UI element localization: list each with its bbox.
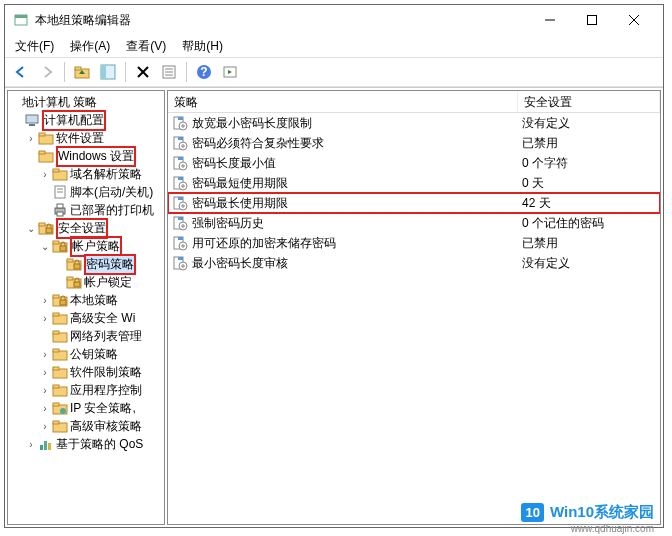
tree-item[interactable]: ›软件限制策略: [8, 363, 164, 381]
tree-item[interactable]: ›域名解析策略: [8, 165, 164, 183]
svg-rect-7: [75, 67, 81, 70]
app-icon: [13, 12, 29, 28]
policy-icon: [172, 115, 188, 131]
forward-button[interactable]: [35, 60, 59, 84]
tree-item[interactable]: Windows 设置: [8, 147, 164, 165]
policy-name: 密码最长使用期限: [192, 195, 288, 212]
printer-icon: [52, 202, 68, 218]
folder-icon: [38, 130, 54, 146]
tree-item-label: 帐户锁定: [84, 274, 132, 291]
policy-row[interactable]: 密码最短使用期限0 天: [168, 173, 660, 193]
watermark-badge: 10: [521, 503, 543, 522]
tree-item[interactable]: 网络列表管理: [8, 327, 164, 345]
policy-row[interactable]: 密码最长使用期限42 天: [168, 193, 660, 213]
tree-item-label: 应用程序控制: [70, 382, 142, 399]
tree-item[interactable]: ›高级安全 Wi: [8, 309, 164, 327]
svg-rect-64: [44, 441, 47, 450]
toolbar-sep: [125, 62, 126, 82]
svg-rect-43: [67, 277, 73, 280]
list-pane[interactable]: 策略 安全设置 放宽最小密码长度限制没有定义密码必须符合复杂性要求已禁用密码长度…: [167, 90, 661, 525]
policy-cell: 用可还原的加密来储存密码: [168, 235, 518, 252]
tree-item[interactable]: ›高级审核策略: [8, 417, 164, 435]
expand-icon[interactable]: ›: [38, 169, 52, 180]
expand-icon[interactable]: ›: [38, 403, 52, 414]
svg-rect-35: [46, 228, 52, 233]
tree-item[interactable]: ⌄安全设置: [8, 219, 164, 237]
body: 地计算机 策略计算机配置›软件设置Windows 设置›域名解析策略脚本(启动/…: [5, 87, 663, 527]
tree-item[interactable]: ›软件设置: [8, 129, 164, 147]
expand-icon[interactable]: ›: [38, 295, 52, 306]
tree-item[interactable]: ⌄帐户策略: [8, 237, 164, 255]
minimize-button[interactable]: [529, 6, 571, 34]
menu-view[interactable]: 查看(V): [120, 36, 172, 57]
svg-rect-22: [39, 133, 45, 136]
tree-item[interactable]: 帐户锁定: [8, 273, 164, 291]
tree-item[interactable]: 密码策略: [8, 255, 164, 273]
maximize-button[interactable]: [571, 6, 613, 34]
expand-icon[interactable]: ⌄: [38, 241, 52, 252]
expand-icon[interactable]: ›: [24, 133, 38, 144]
show-hide-tree-button[interactable]: [96, 60, 120, 84]
extra-button[interactable]: [218, 60, 242, 84]
folder-icon: [52, 364, 68, 380]
tree-item-label: 软件设置: [56, 130, 104, 147]
toolbar-sep: [64, 62, 65, 82]
policy-row[interactable]: 强制密码历史0 个记住的密码: [168, 213, 660, 233]
svg-rect-77: [178, 157, 183, 160]
menu-file[interactable]: 文件(F): [9, 36, 60, 57]
tree-item[interactable]: ›应用程序控制: [8, 381, 164, 399]
close-button[interactable]: [613, 6, 655, 34]
delete-button[interactable]: [131, 60, 155, 84]
menu-action[interactable]: 操作(A): [64, 36, 116, 57]
tree-item[interactable]: 计算机配置: [8, 111, 164, 129]
svg-rect-9: [101, 65, 106, 79]
tree-item[interactable]: ›IP 安全策略,: [8, 399, 164, 417]
policy-name: 密码最短使用期限: [192, 175, 288, 192]
policy-row[interactable]: 密码长度最小值0 个字符: [168, 153, 660, 173]
expand-icon[interactable]: ›: [38, 421, 52, 432]
tree-pane[interactable]: 地计算机 策略计算机配置›软件设置Windows 设置›域名解析策略脚本(启动/…: [7, 90, 165, 525]
col-policy[interactable]: 策略: [168, 91, 518, 112]
expand-icon[interactable]: ›: [38, 313, 52, 324]
expand-icon[interactable]: ›: [38, 367, 52, 378]
tree-item[interactable]: 已部署的打印机: [8, 201, 164, 219]
folder-ip-icon: [52, 400, 68, 416]
tree-root[interactable]: 地计算机 策略: [8, 93, 164, 111]
tree-item-label: 公钥策略: [70, 346, 118, 363]
policy-row[interactable]: 用可还原的加密来储存密码已禁用: [168, 233, 660, 253]
chart-icon: [38, 436, 54, 452]
tree-item[interactable]: ›公钥策略: [8, 345, 164, 363]
watermark-text: Win10系统家园: [550, 503, 654, 522]
svg-rect-72: [178, 137, 183, 140]
folder-sec-icon: [66, 256, 82, 272]
tree-item[interactable]: ›基于策略的 QoS: [8, 435, 164, 453]
up-button[interactable]: [70, 60, 94, 84]
expand-icon[interactable]: ›: [38, 349, 52, 360]
policy-cell: 密码最短使用期限: [168, 175, 518, 192]
policy-cell: 强制密码历史: [168, 215, 518, 232]
policy-row[interactable]: 最小密码长度审核没有定义: [168, 253, 660, 273]
col-setting[interactable]: 安全设置: [518, 91, 660, 112]
tree-item[interactable]: ›本地策略: [8, 291, 164, 309]
svg-rect-44: [74, 282, 80, 287]
svg-point-60: [60, 408, 66, 414]
expand-icon[interactable]: ⌄: [24, 223, 38, 234]
policy-name: 密码必须符合复杂性要求: [192, 135, 324, 152]
back-button[interactable]: [9, 60, 33, 84]
tree-item[interactable]: 脚本(启动/关机): [8, 183, 164, 201]
policy-icon: [172, 175, 188, 191]
svg-rect-46: [53, 295, 59, 298]
expand-icon[interactable]: ›: [38, 385, 52, 396]
properties-button[interactable]: [157, 60, 181, 84]
policy-row[interactable]: 密码必须符合复杂性要求已禁用: [168, 133, 660, 153]
policy-name: 密码长度最小值: [192, 155, 276, 172]
help-button[interactable]: ?: [192, 60, 216, 84]
svg-rect-38: [60, 246, 66, 251]
expand-icon[interactable]: ›: [24, 439, 38, 450]
svg-rect-59: [53, 403, 59, 406]
folder-icon: [52, 328, 68, 344]
menu-help[interactable]: 帮助(H): [176, 36, 229, 57]
policy-icon: [172, 155, 188, 171]
policy-row[interactable]: 放宽最小密码长度限制没有定义: [168, 113, 660, 133]
svg-rect-3: [588, 16, 597, 25]
